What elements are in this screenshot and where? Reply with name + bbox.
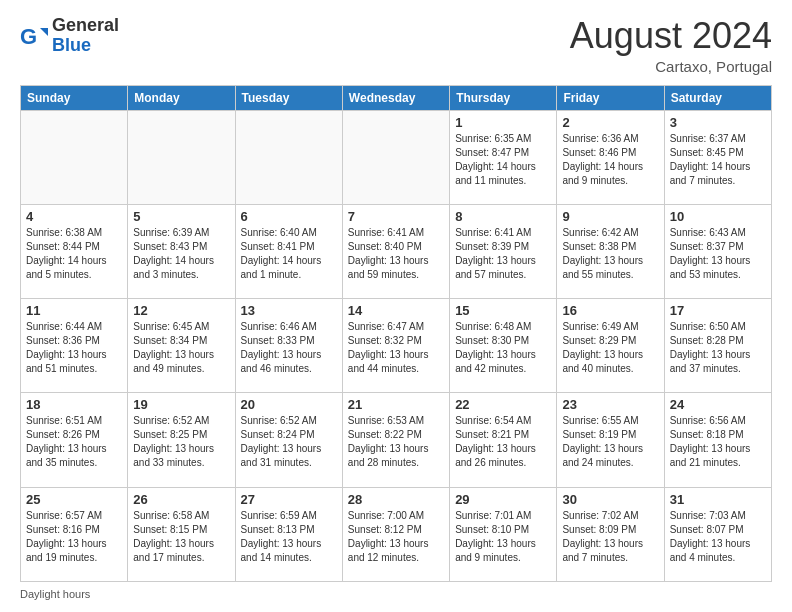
calendar-cell: 2Sunrise: 6:36 AM Sunset: 8:46 PM Daylig… [557, 110, 664, 204]
cell-info: Sunrise: 6:46 AM Sunset: 8:33 PM Dayligh… [241, 320, 337, 376]
calendar-cell: 27Sunrise: 6:59 AM Sunset: 8:13 PM Dayli… [235, 487, 342, 581]
cell-info: Sunrise: 6:36 AM Sunset: 8:46 PM Dayligh… [562, 132, 658, 188]
cell-info: Sunrise: 7:01 AM Sunset: 8:10 PM Dayligh… [455, 509, 551, 565]
calendar-cell: 18Sunrise: 6:51 AM Sunset: 8:26 PM Dayli… [21, 393, 128, 487]
calendar-day-header: Tuesday [235, 85, 342, 110]
cell-info: Sunrise: 7:00 AM Sunset: 8:12 PM Dayligh… [348, 509, 444, 565]
cell-info: Sunrise: 6:43 AM Sunset: 8:37 PM Dayligh… [670, 226, 766, 282]
cell-info: Sunrise: 7:03 AM Sunset: 8:07 PM Dayligh… [670, 509, 766, 565]
calendar-cell: 13Sunrise: 6:46 AM Sunset: 8:33 PM Dayli… [235, 299, 342, 393]
calendar-cell: 4Sunrise: 6:38 AM Sunset: 8:44 PM Daylig… [21, 204, 128, 298]
page-header: G General Blue August 2024 Cartaxo, Port… [20, 16, 772, 75]
day-number: 12 [133, 303, 229, 318]
cell-info: Sunrise: 6:52 AM Sunset: 8:25 PM Dayligh… [133, 414, 229, 470]
day-number: 31 [670, 492, 766, 507]
cell-info: Sunrise: 6:38 AM Sunset: 8:44 PM Dayligh… [26, 226, 122, 282]
day-number: 14 [348, 303, 444, 318]
calendar-cell: 3Sunrise: 6:37 AM Sunset: 8:45 PM Daylig… [664, 110, 771, 204]
calendar-cell: 10Sunrise: 6:43 AM Sunset: 8:37 PM Dayli… [664, 204, 771, 298]
calendar-cell: 1Sunrise: 6:35 AM Sunset: 8:47 PM Daylig… [450, 110, 557, 204]
cell-info: Sunrise: 6:55 AM Sunset: 8:19 PM Dayligh… [562, 414, 658, 470]
day-number: 20 [241, 397, 337, 412]
calendar-day-header: Saturday [664, 85, 771, 110]
day-number: 26 [133, 492, 229, 507]
logo: G General Blue [20, 16, 119, 56]
cell-info: Sunrise: 6:45 AM Sunset: 8:34 PM Dayligh… [133, 320, 229, 376]
day-number: 9 [562, 209, 658, 224]
day-number: 7 [348, 209, 444, 224]
day-number: 5 [133, 209, 229, 224]
calendar-cell: 5Sunrise: 6:39 AM Sunset: 8:43 PM Daylig… [128, 204, 235, 298]
calendar-cell: 15Sunrise: 6:48 AM Sunset: 8:30 PM Dayli… [450, 299, 557, 393]
calendar-cell: 31Sunrise: 7:03 AM Sunset: 8:07 PM Dayli… [664, 487, 771, 581]
day-number: 6 [241, 209, 337, 224]
day-number: 17 [670, 303, 766, 318]
title-block: August 2024 Cartaxo, Portugal [570, 16, 772, 75]
calendar-cell: 26Sunrise: 6:58 AM Sunset: 8:15 PM Dayli… [128, 487, 235, 581]
day-number: 4 [26, 209, 122, 224]
calendar-cell: 25Sunrise: 6:57 AM Sunset: 8:16 PM Dayli… [21, 487, 128, 581]
calendar-cell: 19Sunrise: 6:52 AM Sunset: 8:25 PM Dayli… [128, 393, 235, 487]
calendar-cell: 23Sunrise: 6:55 AM Sunset: 8:19 PM Dayli… [557, 393, 664, 487]
cell-info: Sunrise: 6:53 AM Sunset: 8:22 PM Dayligh… [348, 414, 444, 470]
logo-blue: Blue [52, 35, 91, 55]
logo-text: General Blue [52, 16, 119, 56]
day-number: 3 [670, 115, 766, 130]
calendar-cell: 14Sunrise: 6:47 AM Sunset: 8:32 PM Dayli… [342, 299, 449, 393]
day-number: 16 [562, 303, 658, 318]
calendar-week-row: 11Sunrise: 6:44 AM Sunset: 8:36 PM Dayli… [21, 299, 772, 393]
day-number: 22 [455, 397, 551, 412]
calendar-cell: 20Sunrise: 6:52 AM Sunset: 8:24 PM Dayli… [235, 393, 342, 487]
cell-info: Sunrise: 6:51 AM Sunset: 8:26 PM Dayligh… [26, 414, 122, 470]
cell-info: Sunrise: 6:54 AM Sunset: 8:21 PM Dayligh… [455, 414, 551, 470]
calendar-day-header: Wednesday [342, 85, 449, 110]
svg-marker-1 [40, 28, 48, 36]
day-number: 1 [455, 115, 551, 130]
calendar-cell: 11Sunrise: 6:44 AM Sunset: 8:36 PM Dayli… [21, 299, 128, 393]
calendar-header-row: SundayMondayTuesdayWednesdayThursdayFrid… [21, 85, 772, 110]
calendar-cell: 29Sunrise: 7:01 AM Sunset: 8:10 PM Dayli… [450, 487, 557, 581]
calendar-day-header: Friday [557, 85, 664, 110]
day-number: 10 [670, 209, 766, 224]
calendar-cell: 7Sunrise: 6:41 AM Sunset: 8:40 PM Daylig… [342, 204, 449, 298]
cell-info: Sunrise: 6:47 AM Sunset: 8:32 PM Dayligh… [348, 320, 444, 376]
cell-info: Sunrise: 6:37 AM Sunset: 8:45 PM Dayligh… [670, 132, 766, 188]
cell-info: Sunrise: 6:57 AM Sunset: 8:16 PM Dayligh… [26, 509, 122, 565]
calendar-day-header: Thursday [450, 85, 557, 110]
logo-icon: G [20, 22, 48, 50]
calendar-table: SundayMondayTuesdayWednesdayThursdayFrid… [20, 85, 772, 582]
calendar-cell: 28Sunrise: 7:00 AM Sunset: 8:12 PM Dayli… [342, 487, 449, 581]
location-subtitle: Cartaxo, Portugal [570, 58, 772, 75]
calendar-day-header: Sunday [21, 85, 128, 110]
calendar-day-header: Monday [128, 85, 235, 110]
calendar-cell [235, 110, 342, 204]
month-year-title: August 2024 [570, 16, 772, 56]
day-number: 27 [241, 492, 337, 507]
day-number: 15 [455, 303, 551, 318]
cell-info: Sunrise: 6:56 AM Sunset: 8:18 PM Dayligh… [670, 414, 766, 470]
day-number: 11 [26, 303, 122, 318]
day-number: 23 [562, 397, 658, 412]
day-number: 24 [670, 397, 766, 412]
day-number: 13 [241, 303, 337, 318]
calendar-week-row: 18Sunrise: 6:51 AM Sunset: 8:26 PM Dayli… [21, 393, 772, 487]
calendar-cell: 21Sunrise: 6:53 AM Sunset: 8:22 PM Dayli… [342, 393, 449, 487]
calendar-cell: 8Sunrise: 6:41 AM Sunset: 8:39 PM Daylig… [450, 204, 557, 298]
day-number: 28 [348, 492, 444, 507]
day-number: 25 [26, 492, 122, 507]
day-number: 2 [562, 115, 658, 130]
cell-info: Sunrise: 7:02 AM Sunset: 8:09 PM Dayligh… [562, 509, 658, 565]
cell-info: Sunrise: 6:59 AM Sunset: 8:13 PM Dayligh… [241, 509, 337, 565]
cell-info: Sunrise: 6:52 AM Sunset: 8:24 PM Dayligh… [241, 414, 337, 470]
svg-text:G: G [20, 24, 37, 49]
calendar-cell [128, 110, 235, 204]
cell-info: Sunrise: 6:58 AM Sunset: 8:15 PM Dayligh… [133, 509, 229, 565]
cell-info: Sunrise: 6:49 AM Sunset: 8:29 PM Dayligh… [562, 320, 658, 376]
day-number: 30 [562, 492, 658, 507]
calendar-cell: 16Sunrise: 6:49 AM Sunset: 8:29 PM Dayli… [557, 299, 664, 393]
calendar-cell: 24Sunrise: 6:56 AM Sunset: 8:18 PM Dayli… [664, 393, 771, 487]
cell-info: Sunrise: 6:39 AM Sunset: 8:43 PM Dayligh… [133, 226, 229, 282]
cell-info: Sunrise: 6:35 AM Sunset: 8:47 PM Dayligh… [455, 132, 551, 188]
calendar-cell [342, 110, 449, 204]
calendar-cell: 6Sunrise: 6:40 AM Sunset: 8:41 PM Daylig… [235, 204, 342, 298]
